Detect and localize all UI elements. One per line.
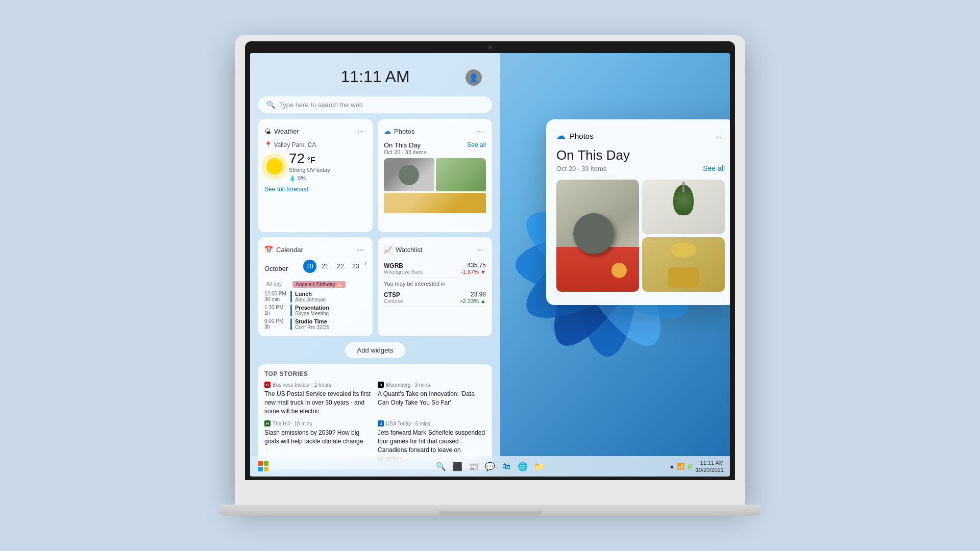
photos-popup-title: Photos — [570, 132, 594, 140]
laptop-screen: 11:11 AM 👤 🔍 Type here to search the web — [250, 53, 730, 477]
photo-thumb-1 — [384, 158, 434, 191]
taskbar-left — [256, 459, 271, 473]
cal-day-20[interactable]: 20 — [303, 260, 316, 273]
search-bar[interactable]: 🔍 Type here to search the web — [258, 96, 492, 113]
weather-main: 72 °F Strong UV today 💧 0% — [264, 151, 366, 182]
photos-popup-on-this-day: On This Day — [556, 148, 630, 163]
photo-thumb-3 — [384, 193, 486, 226]
stock-change-1: -1.67% ▼ — [461, 269, 486, 275]
watchlist-more-button[interactable]: ··· — [474, 243, 486, 256]
calendar-chevron[interactable]: › — [364, 260, 366, 273]
photos-popup-title-row: ☁ Photos — [556, 130, 594, 141]
user-avatar[interactable]: 👤 — [465, 69, 482, 86]
photo-thumb-2 — [436, 158, 486, 191]
photos-popup-see-all-link[interactable]: See all — [703, 164, 725, 172]
photos-date-items: Oct 20 · 33 items — [384, 149, 426, 155]
widgets-grid: 🌤 Weather ··· 📍 Valley Park, CA — [258, 119, 492, 336]
add-widgets-button[interactable]: Add widgets — [345, 342, 406, 358]
event-bar-2 — [290, 305, 292, 316]
story-2-source-icon: B — [378, 382, 384, 388]
stock-price-1: 435.75 — [461, 262, 486, 269]
popup-photo-pillow — [642, 237, 725, 292]
calendar-event-1: 12:00 PM 30 min Lunch Alex Johnson — [264, 291, 366, 303]
top-stories-header: TOP STORIES — [264, 370, 486, 378]
start-button[interactable] — [256, 459, 271, 473]
calendar-event-2: 1:30 PM 1h Presentation Skype Meeting — [264, 305, 366, 316]
stories-grid: B Business Insider · 2 hours The US Post… — [264, 382, 486, 463]
story-1-source: B Business Insider · 2 hours — [264, 382, 373, 388]
weather-precipitation: 💧 0% — [289, 175, 330, 182]
calendar-allday-bar: All day Angela's Birthday 🎂 — [264, 280, 366, 289]
taskbar-clock: 11:11 AM 10/20/2021 — [696, 459, 724, 474]
search-icon: 🔍 — [266, 101, 275, 109]
event-bar-1 — [290, 291, 292, 303]
photos-widget: ☁ Photos ··· On This Day Oct 20 · 33 ite… — [378, 119, 492, 232]
calendar-events: 12:00 PM 30 min Lunch Alex Johnson — [264, 291, 366, 330]
laptop-screen-bezel: 11:11 AM 👤 🔍 Type here to search the web — [245, 41, 735, 480]
stock-row-1: WGRB Woodgrove Bank 435.75 -1.67% ▼ — [384, 260, 486, 278]
photos-popup: ☁ Photos ... On This Day Oct 20 · 33 ite… — [546, 119, 730, 305]
search-placeholder: Type here to search the web — [279, 101, 363, 109]
calendar-month-row: October 20 21 22 23 › — [264, 260, 366, 277]
cal-day-22[interactable]: 22 — [334, 260, 347, 273]
desktop-clock: 11:11 AM — [340, 63, 409, 90]
taskbar-search-button[interactable]: 🔍 — [434, 459, 448, 473]
taskbar-file-explorer-button[interactable]: 📁 — [532, 459, 546, 473]
stock-company-2: Contoso — [384, 298, 403, 304]
laptop-base — [219, 505, 761, 516]
story-3-source: H The Hill · 18 mins — [264, 420, 373, 427]
laptop-container: 11:11 AM 👤 🔍 Type here to search the web — [219, 35, 761, 516]
calendar-widget-title: Calendar — [276, 246, 303, 254]
taskbar-teams-button[interactable]: 💬 — [483, 459, 497, 473]
story-1-source-icon: B — [264, 382, 271, 388]
calendar-month: October — [264, 265, 288, 272]
taskbar-store-button[interactable]: 🛍 — [499, 459, 513, 473]
photos-cloud-icon: ☁ — [384, 127, 391, 135]
laptop-outer: 11:11 AM 👤 🔍 Type here to search the web — [235, 35, 745, 505]
popup-photo-orb — [556, 180, 639, 292]
photos-popup-header: ☁ Photos ... — [556, 130, 725, 142]
photos-more-button[interactable]: ··· — [474, 125, 486, 137]
photos-popup-more-button[interactable]: ... — [713, 130, 725, 142]
calendar-days-row: 20 21 22 23 › — [303, 260, 366, 273]
allday-event: Angela's Birthday 🎂 — [292, 281, 346, 288]
story-4-source: U USA Today · 5 mins — [378, 420, 486, 427]
taskbar-edge-button[interactable]: 🌐 — [516, 459, 530, 473]
weather-forecast-link[interactable]: See full forecast — [264, 186, 366, 193]
cal-day-23[interactable]: 23 — [349, 260, 362, 273]
story-2-title: A Quant's Take on Innovation: 'Data Can … — [378, 390, 486, 407]
weather-more-button[interactable]: ··· — [354, 125, 366, 137]
story-2-source: B Bloomberg · 3 mins — [378, 382, 486, 388]
calendar-more-button[interactable]: ··· — [354, 243, 366, 256]
weather-condition: Strong UV today — [289, 167, 330, 173]
weather-widget: 🌤 Weather ··· 📍 Valley Park, CA — [258, 119, 373, 232]
photos-widget-title: Photos — [394, 128, 414, 135]
weather-location: 📍 Valley Park, CA — [264, 141, 366, 148]
taskbar-widgets-button[interactable]: 📰 — [467, 459, 481, 473]
calendar-widget: 📅 Calendar ··· October 20 21 22 — [258, 237, 373, 336]
weather-widget-header: 🌤 Weather ··· — [264, 125, 366, 137]
photos-on-this-day: On This Day — [384, 141, 426, 149]
taskbar-center: 🔍 ⬛ 📰 💬 🛍 🌐 📁 — [434, 459, 546, 473]
weather-unit: °F — [307, 156, 315, 165]
taskbar-right: ▲ 📶 🔋 11:11 AM 10/20/2021 — [669, 459, 724, 474]
weather-sun-icon — [264, 156, 285, 177]
story-1-title: The US Postal Service revealed its first… — [264, 390, 373, 415]
calendar-icon: 📅 — [264, 245, 273, 254]
taskbar-task-view-button[interactable]: ⬛ — [450, 459, 464, 473]
story-1[interactable]: B Business Insider · 2 hours The US Post… — [264, 382, 373, 415]
watchlist-widget: 📈 Watchlist ··· WGRB Woodgrove Bank — [378, 237, 492, 336]
photos-popup-grid — [556, 180, 725, 295]
calendar-event-3: 6:00 PM 3h Studio Time Conf Rm 32/35 — [264, 318, 366, 330]
photos-see-all-link[interactable]: See all — [467, 141, 486, 148]
photos-widget-header: ☁ Photos ··· — [384, 125, 486, 137]
allday-label: All day — [266, 281, 289, 288]
watchlist-widget-title: Watchlist — [396, 246, 422, 254]
cal-day-21[interactable]: 21 — [318, 260, 332, 273]
stock-ticker-2: CTSP — [384, 291, 403, 298]
story-2[interactable]: B Bloomberg · 3 mins A Quant's Take on I… — [378, 382, 486, 415]
watchlist-widget-header: 📈 Watchlist ··· — [384, 243, 486, 256]
stock-company-1: Woodgrove Bank — [384, 269, 423, 275]
weather-temperature: 72 — [289, 151, 305, 166]
watchlist-interested-label: You may be interested in — [384, 281, 486, 287]
